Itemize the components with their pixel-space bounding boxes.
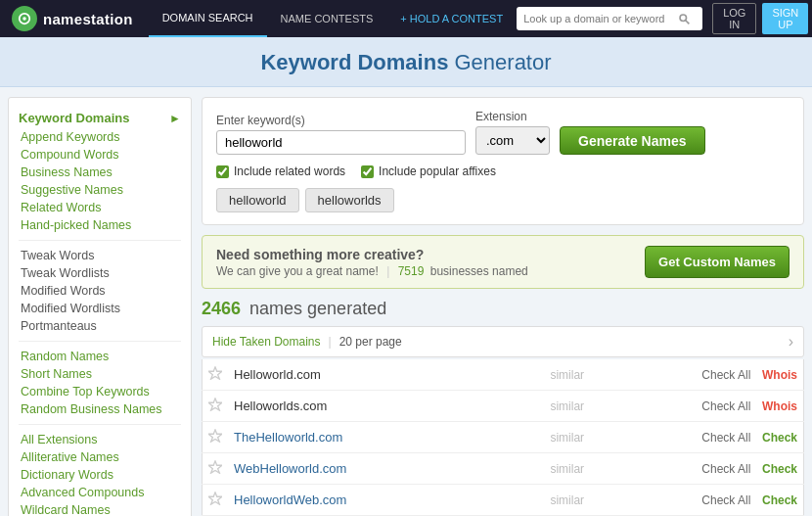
chevron-right-icon: ► xyxy=(169,112,181,125)
domain-table: Helloworld.com similar Check All Whois H… xyxy=(202,359,804,516)
star-cell[interactable] xyxy=(203,453,229,485)
sidebar-item-modified-words[interactable]: Modified Words xyxy=(21,282,181,300)
sidebar-item-modified-wordlists[interactable]: Modified Wordlists xyxy=(21,300,181,317)
nav-hold-contest[interactable]: + HOLD A CONTEST xyxy=(386,0,517,37)
sidebar-divider-2 xyxy=(19,341,181,342)
header-search-input[interactable] xyxy=(523,13,678,24)
checkbox-related-label[interactable]: Include related words xyxy=(216,164,345,178)
sidebar-section-2: Tweak Words Tweak Wordlists Modified Wor… xyxy=(19,247,181,335)
filter-arrow-icon[interactable]: › xyxy=(789,333,793,351)
check-all-link[interactable]: Check All xyxy=(701,493,750,507)
star-icon xyxy=(208,429,222,443)
star-icon xyxy=(208,492,222,505)
filter-bar: Hide Taken Domains | 20 per page › xyxy=(202,326,804,357)
sidebar-item-short-names[interactable]: Short Names xyxy=(21,365,181,383)
domain-name-cell[interactable]: TheHelloworld.com xyxy=(228,422,544,453)
signup-button[interactable]: SIGN UP xyxy=(762,3,808,34)
status-badge[interactable]: Check xyxy=(762,431,797,445)
creative-heading: Need something more creative? xyxy=(216,247,528,262)
sidebar-item-advanced-compounds[interactable]: Advanced Compounds xyxy=(21,484,181,501)
sidebar-item-related-words[interactable]: Related Words xyxy=(21,199,181,216)
status-badge[interactable]: Whois xyxy=(762,399,797,413)
domain-name-text: Helloworlds.com xyxy=(234,399,327,413)
sidebar-item-dictionary-words[interactable]: Dictionary Words xyxy=(21,466,181,484)
star-cell[interactable] xyxy=(203,422,229,453)
keyword-group: Enter keyword(s) xyxy=(216,114,466,155)
sidebar-item-random-names[interactable]: Random Names xyxy=(21,348,181,365)
sidebar-item-portmanteaus[interactable]: Portmanteaus xyxy=(21,317,181,335)
actions-cell: Check All Check xyxy=(657,422,804,453)
nav-name-contests[interactable]: NAME CONTESTS xyxy=(267,0,387,37)
creative-label: businesses named xyxy=(430,264,528,278)
checkbox-row: Include related words Include popular af… xyxy=(216,164,789,178)
login-button[interactable]: LOG IN xyxy=(712,3,756,34)
logo-area: namestation xyxy=(12,6,133,31)
sidebar-item-all-extensions[interactable]: All Extensions xyxy=(21,431,181,448)
sidebar-item-alliterative-names[interactable]: Alliterative Names xyxy=(21,448,181,466)
check-all-link[interactable]: Check All xyxy=(701,399,750,413)
get-custom-names-button[interactable]: Get Custom Names xyxy=(645,246,789,278)
domain-link[interactable]: WebHelloworld.com xyxy=(234,461,346,476)
star-cell[interactable] xyxy=(203,485,229,516)
filter-separator: | xyxy=(329,335,332,349)
svg-marker-8 xyxy=(208,493,222,504)
domain-name-cell[interactable]: WebHelloworld.com xyxy=(228,453,544,485)
star-cell[interactable] xyxy=(203,359,229,391)
keyword-tags: helloworld helloworlds xyxy=(216,188,789,212)
sidebar-item-suggestive-names[interactable]: Suggestive Names xyxy=(21,181,181,199)
sidebar-divider-3 xyxy=(19,424,181,425)
hide-taken-link[interactable]: Hide Taken Domains xyxy=(212,335,321,349)
similar-cell: similar xyxy=(544,453,656,485)
sidebar-item-tweak-wordlists[interactable]: Tweak Wordlists xyxy=(21,264,181,282)
header: namestation DOMAIN SEARCH NAME CONTESTS … xyxy=(0,0,812,37)
actions-cell: Check All Check xyxy=(657,453,804,485)
check-all-link[interactable]: Check All xyxy=(701,368,750,382)
creative-text: Need something more creative? We can giv… xyxy=(216,247,528,278)
svg-marker-7 xyxy=(208,461,222,473)
nav-domain-search[interactable]: DOMAIN SEARCH xyxy=(149,0,267,37)
checkbox-related[interactable] xyxy=(216,165,229,178)
sidebar-item-handpicked-names[interactable]: Hand-picked Names xyxy=(21,216,181,234)
domain-name-cell[interactable]: Helloworld.com xyxy=(228,359,544,391)
status-badge[interactable]: Check xyxy=(762,462,797,476)
sidebar-item-keyword-domains[interactable]: Keyword Domains ► xyxy=(19,108,181,128)
header-buttons: LOG IN SIGN UP xyxy=(712,3,808,34)
sidebar-item-combine-top-keywords[interactable]: Combine Top Keywords xyxy=(21,383,181,400)
check-all-link[interactable]: Check All xyxy=(701,431,750,445)
extension-select[interactable]: .com.net.org.io xyxy=(475,126,550,155)
creative-box: Need something more creative? We can giv… xyxy=(202,235,804,289)
checkbox-affixes-label[interactable]: Include popular affixes xyxy=(361,164,496,178)
similar-cell: similar xyxy=(544,359,656,391)
domain-link[interactable]: HelloworldWeb.com xyxy=(234,493,346,507)
star-icon xyxy=(208,460,222,474)
sidebar-main-label: Keyword Domains xyxy=(19,111,169,125)
domain-name-cell[interactable]: Helloworlds.com xyxy=(228,391,544,422)
actions-cell: Check All Whois xyxy=(657,391,804,422)
sidebar-item-random-business-names[interactable]: Random Business Names xyxy=(21,400,181,418)
checkbox-affixes[interactable] xyxy=(361,165,374,178)
sidebar-item-tweak-words[interactable]: Tweak Words xyxy=(21,247,181,264)
kw-tag-helloworld[interactable]: helloworld xyxy=(216,188,299,212)
domain-name-cell[interactable]: HelloworldWeb.com xyxy=(228,485,544,516)
results-label: names generated xyxy=(249,299,386,318)
sidebar-section-4: All Extensions Alliterative Names Dictio… xyxy=(19,431,181,516)
domain-link[interactable]: TheHelloworld.com xyxy=(234,430,342,445)
status-badge[interactable]: Check xyxy=(762,493,797,507)
sidebar-item-append-keywords[interactable]: Append Keywords xyxy=(21,128,181,146)
sidebar-item-wildcard-names[interactable]: Wildcard Names xyxy=(21,501,181,516)
sidebar-item-compound-words[interactable]: Compound Words xyxy=(21,146,181,164)
star-cell[interactable] xyxy=(203,391,229,422)
per-page-text[interactable]: 20 per page xyxy=(339,335,402,349)
keyword-input[interactable] xyxy=(216,130,466,155)
generate-button[interactable]: Generate Names xyxy=(560,126,705,155)
sidebar-item-business-names[interactable]: Business Names xyxy=(21,164,181,181)
kw-tag-helloworlds[interactable]: helloworlds xyxy=(305,188,394,212)
creative-sep: | xyxy=(386,264,389,278)
svg-marker-6 xyxy=(208,430,222,442)
header-search-box[interactable] xyxy=(517,7,702,30)
check-all-link[interactable]: Check All xyxy=(701,462,750,476)
table-row: Helloworlds.com similar Check All Whois xyxy=(203,391,804,422)
status-badge[interactable]: Whois xyxy=(762,368,797,382)
svg-point-2 xyxy=(680,15,687,22)
creative-desc: We can give you a great name! | 7519 bus… xyxy=(216,264,528,278)
